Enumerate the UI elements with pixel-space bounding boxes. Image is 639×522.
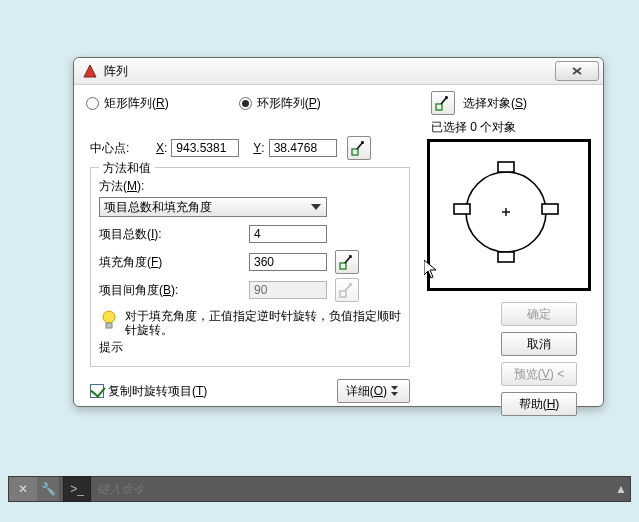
- select-objects-button[interactable]: [431, 91, 455, 115]
- command-input[interactable]: [91, 481, 612, 497]
- bulb-icon: [99, 309, 119, 331]
- select-objects-label: 选择对象(S): [463, 95, 527, 112]
- titlebar: 阵列: [74, 58, 603, 85]
- cancel-button[interactable]: 取消: [501, 332, 577, 356]
- svg-rect-11: [352, 149, 358, 155]
- copy-rotate-label: 复制时旋转项目(T): [108, 383, 207, 400]
- app-icon: [82, 63, 98, 79]
- svg-rect-16: [106, 323, 112, 328]
- method-value: 项目总数和填充角度: [104, 199, 212, 216]
- close-button[interactable]: [555, 61, 599, 81]
- pick-icon: [435, 95, 451, 111]
- polar-array-label: 环形阵列(P): [257, 95, 321, 112]
- x-label: X: [148, 141, 164, 155]
- pick-icon: [351, 140, 367, 156]
- tip-label: 提示: [99, 339, 401, 356]
- dialog-body: 矩形阵列(R) 环形阵列(P) 选择对象(S) 已选择 0 个对象: [74, 85, 603, 407]
- button-stack: 确定 取消 预览(V) < 帮助(H): [501, 296, 577, 416]
- svg-marker-12: [311, 204, 321, 210]
- svg-rect-8: [498, 252, 514, 262]
- cmdbar-close-icon[interactable]: ✕: [9, 477, 37, 501]
- dialog-title: 阵列: [104, 63, 555, 80]
- left-column: 中心点: X: 943.5381 Y: 38.4768 方法和值 方法(M):: [90, 137, 410, 403]
- svg-rect-14: [340, 291, 346, 297]
- svg-rect-7: [498, 162, 514, 172]
- chevron-down-icon: [308, 200, 324, 214]
- svg-point-15: [103, 311, 115, 323]
- svg-rect-9: [454, 204, 470, 214]
- method-label: 方法(M):: [99, 178, 401, 195]
- svg-rect-13: [340, 263, 346, 269]
- chevron-expand-icon: [391, 386, 401, 396]
- center-y-input[interactable]: 38.4768: [269, 139, 337, 157]
- fill-angle-label: 填充角度(F): [99, 254, 207, 271]
- svg-marker-0: [84, 65, 96, 77]
- cmdbar-expand-icon[interactable]: ▲: [612, 477, 630, 501]
- pick-icon: [339, 282, 355, 298]
- command-bar: ✕ 🔧 >_ ▲: [8, 476, 631, 502]
- selected-count-label: 已选择 0 个对象: [431, 119, 591, 136]
- items-input[interactable]: 4: [249, 225, 327, 243]
- svg-marker-18: [391, 392, 398, 396]
- tip-text: 对于填充角度，正值指定逆时针旋转，负值指定顺时针旋转。: [125, 309, 401, 337]
- close-icon: [571, 66, 583, 76]
- prompt-icon: >_: [63, 476, 91, 502]
- rect-array-radio[interactable]: 矩形阵列(R): [86, 95, 169, 112]
- pick-icon: [339, 254, 355, 270]
- center-label: 中心点:: [90, 140, 148, 157]
- center-point-row: 中心点: X: 943.5381 Y: 38.4768: [90, 137, 410, 159]
- ok-button: 确定: [501, 302, 577, 326]
- rect-array-label: 矩形阵列(R): [104, 95, 169, 112]
- checkbox-icon: [90, 384, 104, 398]
- radio-circle-icon: [239, 97, 252, 110]
- item-angle-input: 90: [249, 281, 327, 299]
- method-combo[interactable]: 项目总数和填充角度: [99, 197, 327, 217]
- group-title: 方法和值: [99, 160, 155, 177]
- radio-circle-icon: [86, 97, 99, 110]
- pick-center-button[interactable]: [347, 136, 371, 160]
- polar-array-radio[interactable]: 环形阵列(P): [239, 95, 321, 112]
- items-label: 项目总数(I):: [99, 226, 207, 243]
- item-angle-label: 项目间角度(B):: [99, 282, 207, 299]
- svg-marker-17: [391, 386, 398, 390]
- y-label: Y: [249, 141, 261, 155]
- copy-rotate-checkbox[interactable]: 复制时旋转项目(T): [90, 383, 207, 400]
- array-dialog: 阵列 矩形阵列(R) 环形阵列(P): [73, 57, 604, 407]
- select-objects-area: 选择对象(S): [431, 91, 591, 115]
- tip-row: 对于填充角度，正值指定逆时针旋转，负值指定顺时针旋转。: [99, 309, 401, 337]
- help-button[interactable]: 帮助(H): [501, 392, 577, 416]
- pick-fill-angle-button[interactable]: [335, 250, 359, 274]
- svg-rect-10: [542, 204, 558, 214]
- preview-button: 预览(V) <: [501, 362, 577, 386]
- method-group: 方法和值 方法(M): 项目总数和填充角度 项目总数(I): 4 填充角度(F)…: [90, 167, 410, 367]
- wrench-icon[interactable]: 🔧: [37, 477, 59, 501]
- center-x-input[interactable]: 943.5381: [171, 139, 239, 157]
- details-label: 详细(O): [346, 383, 387, 400]
- pick-item-angle-button: [335, 278, 359, 302]
- fill-angle-input[interactable]: 360: [249, 253, 327, 271]
- details-button[interactable]: 详细(O): [337, 379, 410, 403]
- svg-rect-3: [436, 104, 442, 110]
- polar-preview: [427, 139, 591, 291]
